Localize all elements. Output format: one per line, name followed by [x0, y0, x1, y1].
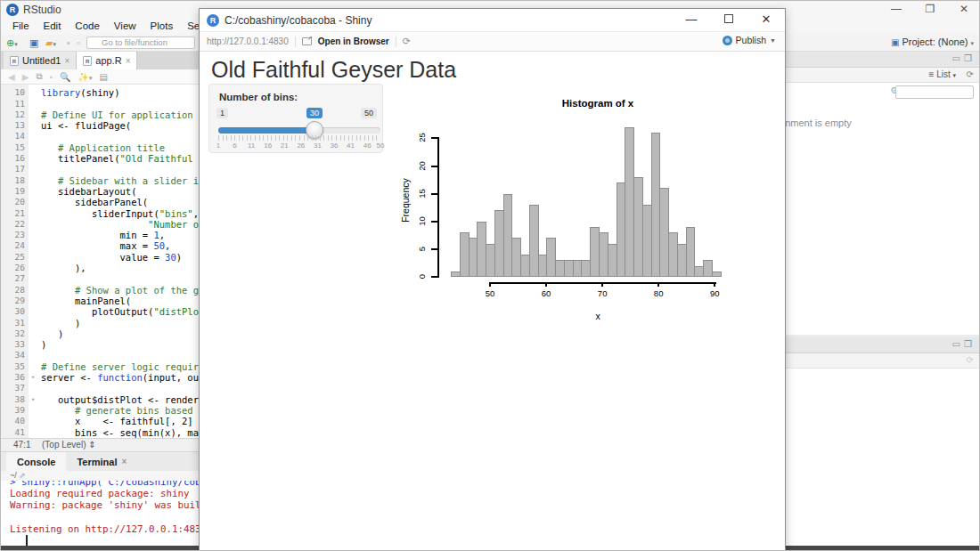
code-text: min = 1, — [41, 230, 165, 240]
fold-gutter — [25, 318, 41, 328]
rstudio-logo-icon: R — [6, 4, 19, 16]
project-icon: ▣ — [891, 37, 899, 47]
code-tools-icon[interactable]: ✨▾ — [78, 72, 93, 82]
y-tick-label: 0 — [417, 268, 427, 286]
fold-gutter — [25, 361, 41, 372]
refresh-icon[interactable]: ⟳ — [967, 355, 974, 365]
fold-gutter — [25, 263, 41, 273]
fold-arrow-icon: ▾ — [25, 372, 41, 383]
popout-icon[interactable]: ⧉ — [36, 71, 42, 82]
line-number: 36 — [1, 372, 25, 383]
code-text: sliderInput("bins", — [41, 208, 199, 219]
tab-console[interactable]: Console — [6, 452, 66, 471]
publish-icon — [723, 36, 732, 45]
y-tick-mark — [431, 193, 437, 195]
close-icon[interactable]: ✕ — [947, 1, 980, 19]
open-in-browser-button[interactable]: Open in Browser — [318, 36, 389, 46]
fold-gutter — [25, 175, 41, 186]
line-number: 28 — [1, 285, 25, 296]
close-tab-icon[interactable]: × — [121, 457, 127, 466]
code-text: sidebarPanel( — [41, 197, 148, 207]
menu-plots[interactable]: Plots — [143, 19, 181, 35]
shiny-app-content: Old Faithful Geyser Data Number of bins:… — [200, 52, 785, 551]
forward-icon[interactable]: ▶ — [22, 72, 29, 82]
y-tick-mark — [431, 166, 437, 167]
line-number: 16 — [1, 153, 25, 164]
fold-gutter — [25, 339, 41, 350]
find-icon[interactable]: 🔍 — [60, 72, 70, 82]
project-selector[interactable]: ▣ Project: (None) ▾ — [891, 36, 974, 47]
shiny-app-icon: R — [207, 14, 219, 27]
line-number: 39 — [1, 405, 25, 416]
environment-search-input[interactable] — [895, 85, 974, 99]
publish-caret-icon[interactable]: ▼ — [770, 37, 776, 44]
console-cursor — [26, 535, 28, 546]
tab-app-r[interactable]: R app.R × — [77, 52, 137, 69]
line-number: 10 — [1, 87, 25, 98]
y-tick-mark — [431, 276, 437, 278]
save-doc-icon[interactable]: ▪ — [50, 72, 53, 82]
fold-gutter — [25, 131, 41, 142]
fold-gutter — [25, 285, 41, 296]
y-axis-line — [437, 137, 439, 278]
compile-report-icon[interactable]: ▤ — [100, 72, 108, 82]
refresh-app-icon[interactable]: ⟳ — [403, 36, 411, 47]
fold-gutter — [25, 142, 41, 153]
line-number: 21 — [1, 208, 25, 219]
maximize-icon[interactable] — [710, 9, 747, 32]
publish-button[interactable]: Publish ▼ — [723, 35, 776, 45]
goto-file-input[interactable]: Go to file/function — [86, 36, 195, 49]
fold-gutter — [25, 240, 41, 251]
menu-edit[interactable]: Edit — [37, 19, 69, 35]
fold-gutter — [25, 186, 41, 197]
fold-gutter — [25, 164, 41, 174]
fold-gutter — [25, 230, 41, 240]
x-tick-label: 60 — [533, 288, 559, 298]
line-number: 31 — [1, 318, 25, 328]
close-icon[interactable]: ✕ — [747, 9, 785, 32]
scope-selector[interactable]: (Top Level) ⇕ — [42, 440, 96, 450]
tab-untitled1[interactable]: R Untitled1 × — [4, 52, 77, 69]
list-view-selector[interactable]: ≡ List ▾ — [929, 69, 956, 79]
fold-gutter — [25, 208, 41, 219]
code-text: ui <- fluidPage( — [41, 120, 131, 131]
menu-file[interactable]: File — [5, 19, 37, 35]
y-tick-label: 15 — [417, 184, 427, 202]
cursor-position: 47:1 — [13, 440, 30, 450]
tab-terminal[interactable]: Terminal× — [66, 452, 137, 471]
code-text: library(shiny) — [41, 87, 120, 98]
maximize-pane-icon[interactable]: ❐ — [964, 53, 976, 63]
popout-console-icon[interactable]: ⇗ — [19, 471, 26, 480]
refresh-icon[interactable]: ⟳ — [967, 69, 974, 79]
fold-gutter — [25, 383, 41, 393]
code-text: plotOutput("distPlot") — [41, 306, 216, 317]
minimize-icon[interactable]: — — [673, 9, 710, 32]
minimize-pane-icon[interactable]: ▭ — [952, 53, 964, 63]
maximize-pane-icon[interactable]: ❐ — [964, 339, 976, 349]
back-icon[interactable]: ◀ — [8, 72, 15, 82]
y-tick-mark — [431, 137, 437, 139]
fold-gutter — [25, 197, 41, 207]
close-tab-icon[interactable]: × — [64, 56, 69, 66]
code-text: ) — [41, 318, 80, 328]
new-project-icon[interactable]: ▣ — [29, 36, 38, 49]
y-tick-label: 10 — [417, 212, 427, 230]
minimize-pane-icon[interactable]: ▭ — [952, 339, 964, 349]
y-axis-label: Frequency — [400, 165, 411, 236]
new-file-icon[interactable]: ⊕▾ — [6, 36, 18, 51]
fold-gutter — [25, 120, 41, 131]
print-icon[interactable]: ▫ — [77, 36, 80, 49]
restore-icon[interactable]: ❐ — [913, 1, 947, 19]
y-tick-mark — [431, 248, 437, 250]
close-tab-icon[interactable]: × — [126, 56, 131, 66]
menu-view[interactable]: View — [107, 19, 143, 35]
open-folder-icon[interactable]: ▰▾ — [45, 36, 56, 51]
minimize-icon[interactable]: — — [879, 1, 913, 19]
menu-code[interactable]: Code — [68, 19, 107, 35]
shiny-window-title: C:/cobashiny/cobacoba - Shiny — [225, 14, 372, 27]
line-number: 37 — [1, 383, 25, 393]
line-number: 22 — [1, 219, 25, 230]
x-tick-label: 80 — [645, 288, 672, 298]
save-icon[interactable]: ▪ — [67, 36, 70, 49]
code-text: ) — [41, 328, 63, 339]
